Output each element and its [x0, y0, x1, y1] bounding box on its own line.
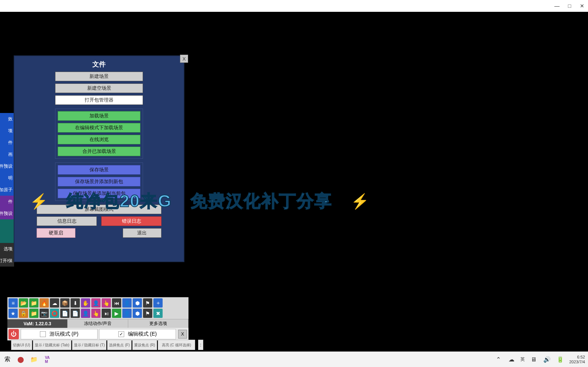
new-scene-button[interactable]: 新建场景 [55, 72, 143, 81]
toolbar-icon-1-9[interactable]: 👆 [102, 298, 111, 308]
toolbar-icon-1-14[interactable]: ＋ [153, 298, 163, 308]
network-icon[interactable]: 🖥 [529, 355, 538, 364]
info-log-button[interactable]: 信息日志 [37, 216, 97, 226]
side-tab-10[interactable] [0, 231, 14, 243]
side-tab-5[interactable]: 明 [0, 172, 14, 184]
toolbar-icon-1-0[interactable]: ≡ [9, 298, 18, 308]
play-mode-toggle[interactable]: 游玩模式 (P) [21, 329, 98, 339]
banner-text-right: 免费汉化补丁分享 [190, 190, 332, 213]
toolbar-icon-2-1[interactable]: 🔒 [19, 309, 28, 318]
play-mode-checkbox[interactable] [40, 331, 46, 337]
hard-reset-button[interactable]: 硬重启 [37, 228, 75, 238]
toolbar-icon-1-13[interactable]: ⚑ [143, 298, 152, 308]
icon-grid: ≡📂📁🔥☁📦⬇✋👤👆⏮👤⬢⚑＋ ★🔒📁📷⭕📄📄👤👆⏯▶👤⬢⚑✖ [7, 297, 188, 319]
save-scene-newpkg-button[interactable]: 保存场景并添加到新包 [58, 177, 140, 186]
toolbar-icon-1-10[interactable]: ⏮ [112, 298, 121, 308]
toolbar-icon-1-3[interactable]: 🔥 [40, 298, 49, 308]
new-empty-scene-button[interactable]: 新建空场景 [55, 83, 143, 93]
error-log-button[interactable]: 错误日志 [101, 216, 162, 226]
side-tab-11[interactable]: 选项 [0, 243, 14, 255]
toolbar-icon-1-8[interactable]: 👤 [91, 298, 101, 308]
shortcut-tabs: 切换UI (U)显示 / 隐藏光标 (Tab)显示 / 隐藏目标 (T)选择焦点… [11, 340, 203, 350]
toolbar-icon-1-7[interactable]: ✋ [81, 298, 90, 308]
more-options-button[interactable]: 更多选项 [128, 319, 188, 328]
load-scene-button[interactable]: 加载场景 [58, 111, 140, 121]
toolbar-icon-1-5[interactable]: 📦 [60, 298, 69, 308]
tray-icon-2[interactable]: ☁ [507, 355, 516, 364]
toolbar-icon-1-4[interactable]: ☁ [50, 298, 59, 308]
shortcut-more-icon[interactable]: ⋮ [198, 340, 203, 350]
edit-mode-toggle[interactable]: ✓ 编辑模式 (E) [99, 329, 176, 339]
toolbar-icon-2-14[interactable]: ✖ [153, 309, 163, 318]
shortcut-tab-0[interactable]: 切换UI (U) [11, 340, 32, 350]
toolbar-icon-2-11[interactable]: 👤 [122, 309, 132, 318]
side-tab-2[interactable]: 件 [0, 137, 14, 148]
title-bar: — □ ✕ [0, 0, 588, 12]
toolbar-icon-2-0[interactable]: ★ [9, 309, 18, 318]
task-app-icon[interactable]: VAM [43, 355, 52, 364]
maximize-button[interactable]: □ [567, 3, 572, 9]
toolbar-icon-2-6[interactable]: 📄 [71, 309, 80, 318]
side-tab-9[interactable] [0, 219, 14, 231]
side-tabs: 效项件画件预设明加原子件件预设选项(打开/保 [0, 113, 14, 267]
toolbar-icon-2-8[interactable]: 👆 [91, 309, 101, 318]
freeze-button[interactable]: 冻结动作/声音 [68, 319, 128, 328]
save-scene-curpkg-button[interactable]: 保存场景并添加到当前包 [58, 189, 140, 198]
toolbar-icon-1-2[interactable]: 📁 [29, 298, 38, 308]
side-tab-3[interactable]: 画 [0, 148, 14, 160]
shortcut-tab-2[interactable]: 显示 / 隐藏目标 (T) [72, 340, 107, 350]
toolbar-icon-2-9[interactable]: ⏯ [102, 309, 111, 318]
edit-mode-label: 编辑模式 (E) [128, 331, 157, 337]
shortcut-tab-4[interactable]: 重设焦点 (R) [132, 340, 157, 350]
volume-icon[interactable]: 🔊 [543, 355, 551, 364]
side-tab-4[interactable]: 件预设 [0, 160, 14, 172]
spark-icon: ⚡ [351, 193, 369, 210]
toolbar-icon-2-5[interactable]: 📄 [60, 309, 69, 318]
save-group: 保存场景 保存场景并添加到新包 保存场景并添加到当前包 [55, 162, 143, 201]
toolbar-icon-1-11[interactable]: 👤 [122, 298, 132, 308]
side-tab-8[interactable]: 件预设 [0, 207, 14, 219]
battery-icon[interactable]: 🔋 [556, 355, 565, 364]
toolbar-icon-2-12[interactable]: ⬢ [133, 309, 142, 318]
shortcut-tab-5[interactable]: 高亮 (C 循环选择) [158, 340, 195, 350]
edit-mode-checkbox[interactable]: ✓ [118, 331, 124, 337]
side-tab-1[interactable]: 项 [0, 125, 14, 137]
toolbar-icon-1-6[interactable]: ⬇ [71, 298, 80, 308]
viewport[interactable]: 效项件画件预设明加原子件件预设选项(打开/保 X 文件 新建场景 新建空场景 打… [0, 12, 588, 351]
clock[interactable]: 6:52 2023/7/4 [569, 355, 585, 364]
toolbar-icon-2-4[interactable]: ⭕ [50, 309, 59, 318]
dock-close-button[interactable]: X [178, 330, 187, 339]
exit-button[interactable]: 退出 [123, 228, 162, 238]
side-tab-6[interactable]: 加原子 [0, 184, 14, 196]
play-mode-label: 游玩模式 (P) [50, 331, 79, 337]
toolbar-icon-1-12[interactable]: ⬢ [133, 298, 142, 308]
search-icon[interactable]: 索 [3, 355, 12, 364]
side-tab-7[interactable]: 件 [0, 196, 14, 207]
toolbar-icon-2-7[interactable]: 👤 [81, 309, 90, 318]
shortcut-tab-3[interactable]: 选择焦点 (F) [107, 340, 132, 350]
toolbar-icon-2-13[interactable]: ⚑ [143, 309, 152, 318]
close-window-button[interactable]: ✕ [579, 3, 585, 9]
side-tab-0[interactable]: 效 [0, 113, 14, 125]
toolbar-icon-2-10[interactable]: ▶ [112, 309, 121, 318]
side-tab-12[interactable]: (打开/保 [0, 255, 14, 267]
open-package-manager-button[interactable]: 打开包管理器 [55, 95, 143, 105]
ime-indicator[interactable]: 英 [520, 356, 525, 363]
task-record-icon[interactable]: ⬤ [16, 355, 25, 364]
toolbar-icon-2-3[interactable]: 📷 [40, 309, 49, 318]
task-explorer-icon[interactable]: 📁 [30, 355, 38, 364]
save-scene-button[interactable]: 保存场景 [58, 165, 140, 175]
version-label: VaM: 1.22.0.3 [7, 319, 68, 328]
online-browse-button[interactable]: 在线浏览 [58, 135, 140, 144]
load-scene-edit-button[interactable]: 在编辑模式下加载场景 [58, 123, 140, 133]
toolbar-icon-1-1[interactable]: 📂 [19, 298, 28, 308]
power-button[interactable]: ⏻ [9, 329, 19, 339]
screenshot-mode-button[interactable]: 屏幕截图模式 [37, 205, 162, 214]
toolbar-icon-2-2[interactable]: 📁 [29, 309, 38, 318]
merge-loaded-button[interactable]: 合并已加载场景 [58, 147, 140, 156]
tray-icon-1[interactable]: ⌃ [494, 355, 503, 364]
file-panel-close-button[interactable]: X [180, 55, 188, 63]
minimize-button[interactable]: — [554, 3, 560, 9]
shortcut-tab-1[interactable]: 显示 / 隐藏光标 (Tab) [33, 340, 71, 350]
toolbar-dock: ≡📂📁🔥☁📦⬇✋👤👆⏮👤⬢⚑＋ ★🔒📁📷⭕📄📄👤👆⏯▶👤⬢⚑✖ VaM: 1.2… [7, 297, 188, 340]
